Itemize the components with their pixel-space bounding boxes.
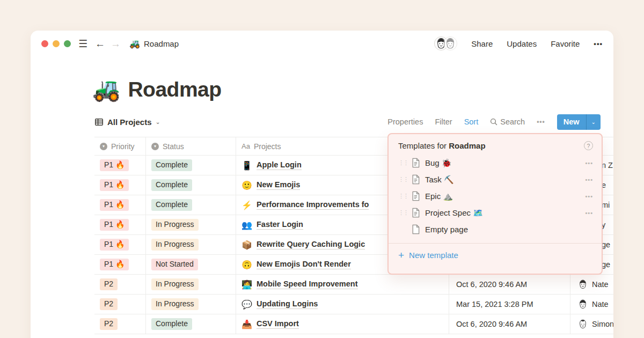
blank-page-icon [411, 224, 420, 234]
breadcrumb[interactable]: 🚜 Roadmap [129, 39, 179, 49]
template-item-bug[interactable]: ⋮⋮ Bug 🐞 ••• [389, 155, 602, 171]
share-button[interactable]: Share [471, 39, 493, 48]
priority-tag: P1 🔥 [100, 159, 129, 171]
priority-cell[interactable]: P1 🔥 [94, 215, 146, 234]
filter-button[interactable]: Filter [435, 117, 452, 126]
person-cell[interactable]: Simon [570, 314, 613, 334]
updates-button[interactable]: Updates [507, 39, 537, 48]
template-more-icon[interactable]: ••• [585, 193, 593, 200]
templates-popup: Templates for Roadmap ? ⋮⋮ Bug 🐞 ••• ⋮⋮ … [387, 133, 603, 275]
help-icon[interactable]: ? [584, 141, 593, 150]
status-cell[interactable]: In Progress [146, 295, 236, 314]
search-label: Search [500, 117, 525, 126]
status-cell[interactable]: In Progress [146, 215, 236, 234]
template-item-label: Bug 🐞 [425, 158, 452, 168]
properties-button[interactable]: Properties [387, 117, 423, 126]
project-link[interactable]: 👥Faster Login [241, 220, 303, 230]
search-button[interactable]: Search [490, 117, 525, 126]
status-cell[interactable]: Complete [146, 175, 236, 195]
view-more-icon[interactable]: ••• [537, 118, 545, 126]
project-title: Apple Login [257, 160, 302, 170]
document-icon [411, 191, 420, 201]
collaborator-avatars[interactable] [434, 36, 457, 50]
template-item-label: Epic ⛰️ [425, 192, 453, 201]
status-cell[interactable]: Complete [146, 195, 236, 215]
person-cell[interactable]: Nate [570, 295, 613, 314]
sort-button[interactable]: Sort [464, 117, 479, 126]
project-emoji-icon: 🙂 [241, 180, 252, 190]
close-window-button[interactable] [41, 40, 48, 47]
person-name: Simon [592, 320, 613, 328]
priority-tag: P1 🔥 [100, 199, 129, 211]
priority-cell[interactable]: P1 🔥 [94, 235, 146, 254]
project-link[interactable]: 👩‍💻Mobile Speed Improvement [241, 280, 358, 290]
status-cell[interactable]: Complete [146, 314, 236, 334]
priority-tag: P1 🔥 [100, 239, 129, 251]
person-name-fragment: n Z [602, 156, 613, 175]
project-cell[interactable]: 👩‍💻Mobile Speed Improvement [236, 275, 449, 294]
column-header-priority[interactable]: ▾Priority [94, 137, 146, 155]
project-cell[interactable]: 💬Updating Logins [236, 295, 449, 314]
template-item-label: Empty page [425, 225, 468, 234]
date-cell[interactable]: Mar 15, 2021 3:28 PM [449, 295, 570, 314]
status-cell[interactable]: Complete [146, 156, 236, 175]
new-button-chevron-down-icon[interactable]: ⌄ [587, 114, 601, 130]
template-item-epic[interactable]: ⋮⋮ Epic ⛰️ ••• [389, 188, 602, 204]
project-link[interactable]: 💬Updating Logins [241, 299, 318, 310]
drag-handle-icon[interactable]: ⋮⋮ [398, 210, 407, 216]
status-cell[interactable]: In Progress [146, 235, 236, 254]
zoom-window-button[interactable] [64, 40, 71, 47]
template-item-project-spec[interactable]: ⋮⋮ Project Spec 🗺️ ••• [389, 204, 602, 221]
status-tag: Complete [151, 199, 192, 211]
priority-cell[interactable]: P2 [94, 275, 146, 294]
project-link[interactable]: 🙂New Emojis [241, 180, 300, 190]
view-switcher[interactable]: All Projects ⌄ [94, 117, 160, 127]
column-header-status[interactable]: ▾Status [146, 137, 236, 155]
template-more-icon[interactable]: ••• [585, 177, 593, 183]
more-options-icon[interactable]: ••• [594, 40, 603, 48]
forward-arrow-icon[interactable]: → [111, 39, 121, 49]
page-tractor-emoji-icon[interactable]: 🚜 [92, 78, 120, 101]
status-tag: In Progress [151, 239, 199, 251]
project-title: CSV Import [257, 319, 299, 329]
new-button[interactable]: New ⌄ [557, 114, 601, 130]
project-link[interactable]: 📦Rewrite Query Caching Logic [241, 240, 365, 250]
tractor-emoji-icon: 🚜 [129, 39, 140, 49]
date-cell[interactable]: Oct 6, 2020 9:46 AM [449, 275, 570, 294]
template-more-icon[interactable]: ••• [585, 160, 593, 166]
document-icon [411, 208, 420, 218]
page-title[interactable]: Roadmap [128, 78, 221, 101]
priority-cell[interactable]: P1 🔥 [94, 175, 146, 195]
template-more-icon[interactable]: ••• [585, 210, 593, 216]
project-link[interactable]: ⚡Performance Improvements fo [241, 200, 369, 210]
template-item-empty-page[interactable]: Empty page [389, 221, 602, 238]
minimize-window-button[interactable] [53, 40, 60, 47]
status-tag: Complete [151, 159, 192, 171]
priority-cell[interactable]: P2 [94, 314, 146, 334]
project-link[interactable]: 📱Apple Login [241, 160, 302, 171]
person-name-fragment: ge [602, 255, 610, 274]
priority-cell[interactable]: P1 🔥 [94, 156, 146, 175]
project-cell[interactable]: 📥CSV Import [236, 314, 449, 334]
drag-handle-icon[interactable]: ⋮⋮ [398, 177, 407, 182]
favorite-button[interactable]: Favorite [551, 39, 580, 48]
table-row: P2 In Progress 💬Updating Logins Mar 15, … [94, 295, 613, 314]
template-item-task[interactable]: ⋮⋮ Task ⛏️ ••• [389, 171, 602, 188]
drag-handle-icon[interactable]: ⋮⋮ [398, 160, 407, 166]
priority-cell[interactable]: P1 🔥 [94, 195, 146, 215]
person-name-fragment: mi [602, 195, 610, 215]
project-link[interactable]: 🙃New Emojis Don't Render [241, 260, 351, 270]
templates-popup-title: Templates for Roadmap [398, 141, 486, 150]
new-template-button[interactable]: + New template [389, 244, 602, 267]
sidebar-menu-icon[interactable]: ☰ [78, 39, 87, 49]
status-cell[interactable]: Not Started [146, 255, 236, 274]
priority-cell[interactable]: P2 [94, 295, 146, 314]
drag-handle-icon[interactable]: ⋮⋮ [398, 193, 407, 199]
date-cell[interactable]: Oct 6, 2020 9:46 AM [449, 314, 570, 334]
person-cell[interactable]: Nate [570, 275, 613, 294]
project-link[interactable]: 📥CSV Import [241, 319, 299, 329]
page-header: 🚜 Roadmap [92, 78, 613, 101]
status-cell[interactable]: In Progress [146, 275, 236, 294]
back-arrow-icon[interactable]: ← [95, 39, 105, 49]
priority-cell[interactable]: P1 🔥 [94, 255, 146, 274]
